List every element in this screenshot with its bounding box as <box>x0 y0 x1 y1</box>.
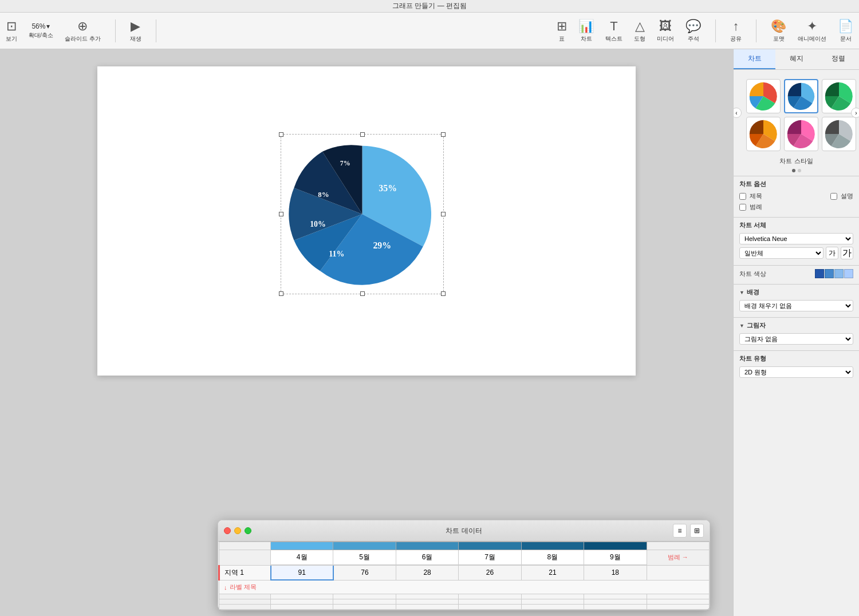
data-table-wrapper[interactable]: 4월 5월 6월 7월 8월 9월 범례 → <box>218 542 710 610</box>
slide[interactable]: 35% 29% 11% 10% 8% 7% <box>97 66 636 376</box>
chart-style-2[interactable] <box>784 79 818 113</box>
window-title: 그래프 만들기 — 편집됨 <box>392 1 467 11</box>
view-button[interactable]: ⊡ 보기 <box>6 19 17 43</box>
handle-tl[interactable] <box>279 132 283 137</box>
shadow-select[interactable]: 그림자 없음 <box>739 333 853 345</box>
zoom-value[interactable]: 56% ▾ <box>31 22 50 30</box>
doc-button[interactable]: 📄 문서 <box>838 19 853 43</box>
handle-tm[interactable] <box>360 132 365 137</box>
handle-bm[interactable] <box>360 291 365 296</box>
color-swatch-4[interactable] <box>844 269 853 278</box>
animate-button[interactable]: ✦ 애니메이션 <box>798 19 826 43</box>
doc-label: 문서 <box>840 35 852 43</box>
color-swatch-2[interactable] <box>825 269 834 278</box>
cell-empty-1[interactable] <box>647 565 709 580</box>
cell-76[interactable]: 76 <box>333 565 396 580</box>
list-view-button[interactable]: ≡ <box>673 524 687 538</box>
color-header-row <box>219 542 710 550</box>
col-5월: 5월 <box>333 550 396 566</box>
handle-ml[interactable] <box>279 212 283 216</box>
shape-label: 도형 <box>634 35 645 43</box>
media-button[interactable]: 🖼 미디어 <box>657 19 674 43</box>
col-7월: 7월 <box>459 550 521 566</box>
toolbar-separator-3 <box>715 19 716 42</box>
toolbar-separator-1 <box>115 19 116 42</box>
chart-nav-right[interactable]: › <box>851 108 859 118</box>
zoom-button[interactable]: 56% ▾ 확대/축소 <box>29 22 53 40</box>
bg-select[interactable]: 배경 채우기 없음 <box>739 300 853 311</box>
table-icon: ⊞ <box>557 19 567 34</box>
handle-mr[interactable] <box>441 212 446 216</box>
chart-nav-left[interactable]: ‹ <box>733 108 742 118</box>
col-9월: 9월 <box>584 550 647 566</box>
title-option: 제목 설명 <box>739 192 853 200</box>
font-name-row: Helvetica Neue <box>739 233 853 244</box>
font-size-small-btn[interactable]: 가 <box>826 247 838 259</box>
description-label: 설명 <box>841 192 853 200</box>
col-header-row: 4월 5월 6월 7월 8월 9월 범례 → <box>219 550 710 566</box>
svg-text:35%: 35% <box>379 183 397 193</box>
slide-add-button[interactable]: ⊕ 슬라이드 추가 <box>65 19 101 43</box>
style-dot-1 <box>792 169 795 172</box>
chart-style-5[interactable] <box>784 117 818 151</box>
color-swatch-1[interactable] <box>815 269 824 278</box>
doc-icon: 📄 <box>838 19 853 34</box>
cell-21[interactable]: 21 <box>521 565 584 580</box>
window-minimize-button[interactable] <box>234 527 241 534</box>
font-size-large-btn[interactable]: 가 <box>841 247 853 259</box>
svg-text:8%: 8% <box>318 191 329 199</box>
window-close-button[interactable] <box>224 527 231 534</box>
animate-icon: ✦ <box>807 19 817 34</box>
font-style-select[interactable]: 일반체 <box>739 247 823 259</box>
panel-tabs: 차트 혜지 정렬 <box>734 49 859 70</box>
handle-tr[interactable] <box>441 132 446 137</box>
cell-91[interactable]: 91 <box>271 565 333 580</box>
text-label: 텍스트 <box>605 35 622 43</box>
col-6월: 6월 <box>396 550 458 566</box>
style-dots <box>734 169 859 176</box>
color-swatch-row: 차트 색상 <box>739 269 853 278</box>
chart-style-6[interactable] <box>822 117 856 151</box>
comment-label: 주석 <box>688 35 699 43</box>
cell-18[interactable]: 18 <box>584 565 647 580</box>
font-name-select[interactable]: Helvetica Neue <box>739 233 853 244</box>
window-maximize-button[interactable] <box>245 527 251 534</box>
title-checkbox[interactable] <box>739 193 746 200</box>
pie-chart: 35% 29% 11% 10% 8% 7% <box>281 135 443 294</box>
cell-28[interactable]: 28 <box>396 565 458 580</box>
cell-26[interactable]: 26 <box>459 565 521 580</box>
legend-checkbox[interactable] <box>739 204 746 211</box>
tab-hyeji[interactable]: 혜지 <box>775 49 817 69</box>
right-panel: 차트 혜지 정렬 ‹ <box>733 49 859 616</box>
data-panel-actions: ≡ ⊞ <box>673 524 704 538</box>
tab-arrange[interactable]: 정렬 <box>817 49 859 69</box>
table-button[interactable]: ⊞ 표 <box>557 19 567 43</box>
chart-type-select[interactable]: 2D 원형 <box>739 366 853 378</box>
font-style-row: 일반체 가 가 <box>739 247 853 259</box>
grid-view-button[interactable]: ⊞ <box>690 524 704 538</box>
format-button[interactable]: 🎨 포맷 <box>771 19 786 43</box>
shadow-section-title: 그림자 <box>747 321 766 330</box>
handle-br[interactable] <box>441 291 446 296</box>
chart-font-title: 차트 서체 <box>739 221 853 230</box>
text-button[interactable]: T 텍스트 <box>605 19 622 43</box>
chart-style-4[interactable] <box>746 117 781 151</box>
bg-section-toggle[interactable]: ▼ 배경 <box>739 288 853 297</box>
chart-container[interactable]: 35% 29% 11% 10% 8% 7% <box>281 134 444 294</box>
share-button[interactable]: ↑ 공유 <box>730 19 742 43</box>
chart-button[interactable]: 📊 차트 <box>578 19 594 43</box>
chart-style-3[interactable] <box>822 79 856 113</box>
play-button[interactable]: ▶ 재생 <box>130 19 141 43</box>
shape-button[interactable]: △ 도형 <box>634 19 645 43</box>
format-icon: 🎨 <box>771 19 786 34</box>
comment-button[interactable]: 💬 주석 <box>685 19 701 43</box>
tab-chart[interactable]: 차트 <box>734 49 775 69</box>
data-row-5 <box>219 605 710 610</box>
chart-style-1[interactable] <box>746 79 781 113</box>
data-row-1: 지역 1 91 76 28 26 21 18 <box>219 565 710 580</box>
handle-bl[interactable] <box>279 291 283 296</box>
description-checkbox[interactable] <box>830 193 837 200</box>
shadow-section-toggle[interactable]: ▼ 그림자 <box>739 321 853 330</box>
color-swatch-3[interactable] <box>834 269 844 278</box>
svg-text:7%: 7% <box>340 159 350 167</box>
